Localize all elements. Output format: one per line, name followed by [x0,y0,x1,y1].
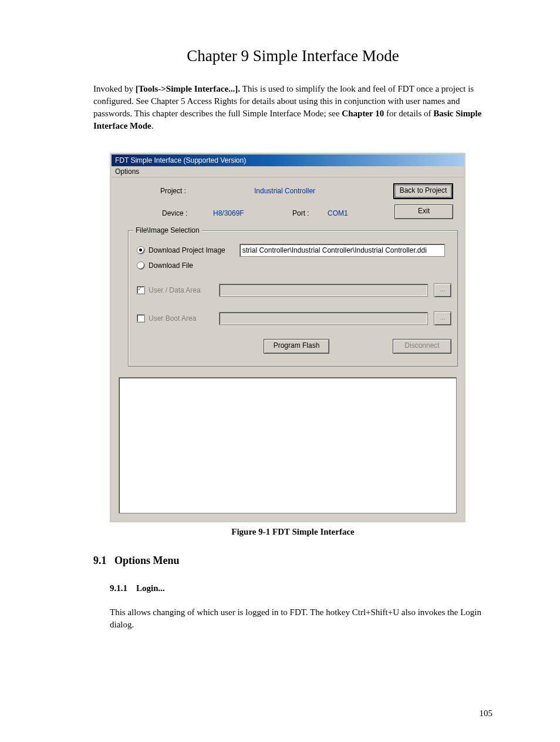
section-heading: 9.1 Options Menu [93,555,492,567]
label-port: Port : [292,209,309,217]
dialog-titlebar: FDT Simple Interface (Supported Version) [112,155,464,166]
project-image-path-field: strial Controller\Industrial Controller\… [239,244,445,257]
subsection-heading: 9.1.1 Login... [110,583,492,593]
browse-user-boot-button[interactable]: ... [434,311,451,325]
section-number: 9.1 [93,555,107,566]
checkbox-user-boot-area[interactable]: User Boot Area [137,314,213,323]
intro-prefix: Invoked by [93,84,136,93]
checkbox-label-user: User / Data Area [149,286,201,294]
radio-label-dpi: Download Project Image [149,246,225,254]
subsection-number: 9.1.1 [110,583,127,593]
dialog-screenshot: FDT Simple Interface (Supported Version)… [110,153,465,522]
radio-download-project-image[interactable]: Download Project Image [137,246,225,254]
disconnect-button[interactable]: Disconnect [393,339,451,354]
intro-rest2: for details of [384,109,433,118]
intro-tools: [Tools [136,84,158,93]
section-title: Options Menu [114,555,180,566]
subsection-title: Login... [136,583,165,593]
checkbox-icon [137,286,145,294]
value-port: COM1 [328,209,348,217]
intro-paragraph: Invoked by [Tools->Simple Interface...].… [93,83,492,132]
value-device: H8/3069F [213,209,244,217]
checkbox-icon [137,314,145,323]
page-number: 105 [480,709,493,719]
checkbox-user-data-area[interactable]: User / Data Area [137,286,213,294]
intro-chapter10: Chapter 10 [342,109,384,118]
radio-label-df: Download File [149,261,193,270]
figure-caption: Figure 9-1 FDT Simple Interface [93,527,492,537]
browse-user-data-button[interactable]: ... [434,283,451,297]
back-to-project-button[interactable]: Back to Project [393,183,453,199]
chapter-title: Chapter 9 Simple Interface Mode [93,47,492,65]
value-project: Industrial Controller [254,187,315,195]
log-output-area [119,377,457,513]
radio-icon [137,261,145,270]
intro-period: . [151,121,154,130]
user-data-area-field [219,284,428,297]
checkbox-label-boot: User Boot Area [149,314,196,323]
menu-options[interactable]: Options [112,166,464,177]
file-image-selection-group: File\Image Selection Download Project Im… [128,230,458,367]
radio-icon [137,246,145,254]
user-boot-area-field [219,312,428,325]
program-flash-button[interactable]: Program Flash [264,339,329,354]
groupbox-title: File\Image Selection [133,226,202,234]
exit-button[interactable]: Exit [394,204,453,219]
intro-arrow: ->Simple Interface...]. [158,84,240,93]
label-device: Device : [162,209,187,217]
radio-download-file[interactable]: Download File [137,261,451,270]
subsection-body: This allows changing of which user is lo… [110,606,492,631]
label-project: Project : [160,187,186,195]
